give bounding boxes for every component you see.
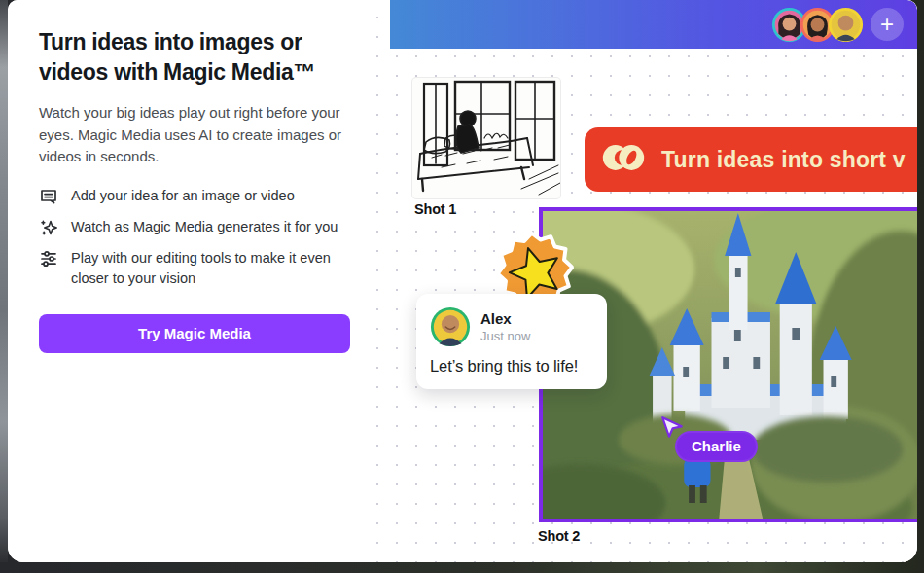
banner-text: Turn ideas into short v bbox=[661, 147, 906, 173]
background-left-edge bbox=[0, 0, 8, 562]
feature-item: Add your idea for an image or video bbox=[39, 186, 350, 206]
comment-header: Alex Just now bbox=[430, 306, 593, 347]
feature-item: Play with our editing tools to make it e… bbox=[39, 248, 350, 289]
feature-item: Watch as Magic Media generates it for yo… bbox=[39, 217, 350, 237]
cursor-name-label: Charlie bbox=[675, 431, 758, 462]
comment-message: Let’s bring this to life! bbox=[430, 357, 593, 376]
co-logo-icon bbox=[601, 135, 646, 184]
collaborator-avatar[interactable] bbox=[828, 7, 864, 43]
info-panel: Turn ideas into images or videos with Ma… bbox=[8, 0, 366, 562]
comment-icon bbox=[39, 187, 58, 206]
screen: Turn ideas into images or videos with Ma… bbox=[0, 0, 924, 573]
collaborator-cursor: Charlie bbox=[659, 414, 685, 444]
editor-topbar: + bbox=[390, 0, 917, 49]
shot1-sketch-image[interactable] bbox=[412, 78, 560, 198]
comment-meta: Alex Just now bbox=[480, 310, 530, 343]
shot1-label: Shot 1 bbox=[414, 201, 456, 217]
comment-author: Alex bbox=[480, 310, 530, 327]
comment-timestamp: Just now bbox=[480, 329, 530, 343]
demo-canvas: + bbox=[366, 0, 917, 562]
sparkles-icon bbox=[39, 218, 58, 237]
short-video-banner[interactable]: Turn ideas into short v bbox=[585, 127, 917, 192]
description-text: Watch your big ideas play out right befo… bbox=[39, 102, 354, 168]
shot2-label: Shot 2 bbox=[538, 528, 580, 544]
page-title: Turn ideas into images or videos with Ma… bbox=[39, 27, 360, 88]
add-collaborator-button[interactable]: + bbox=[871, 8, 904, 41]
feature-label: Play with our editing tools to make it e… bbox=[71, 248, 350, 289]
sliders-icon bbox=[39, 249, 58, 269]
feature-list: Add your idea for an image or video Watc… bbox=[39, 186, 350, 289]
comment-card[interactable]: Alex Just now Let’s bring this to life! bbox=[416, 294, 607, 389]
feature-label: Watch as Magic Media generates it for yo… bbox=[71, 217, 338, 237]
try-magic-media-button[interactable]: Try Magic Media bbox=[39, 314, 350, 353]
alex-avatar bbox=[430, 306, 471, 347]
magic-media-modal: Turn ideas into images or videos with Ma… bbox=[8, 0, 917, 562]
feature-label: Add your idea for an image or video bbox=[71, 186, 295, 206]
